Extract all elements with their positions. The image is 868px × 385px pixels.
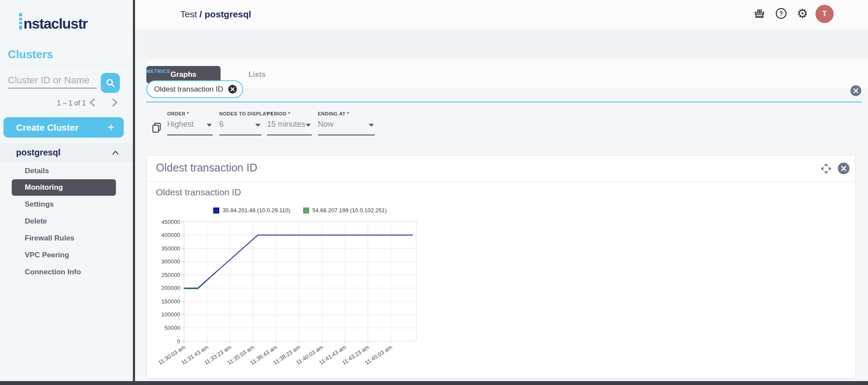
- control-order[interactable]: ORDER *Highest: [167, 111, 213, 135]
- y-axis-label: 150000: [162, 298, 180, 305]
- sidebar-item-vpc-peering[interactable]: VPC Peering: [0, 247, 133, 263]
- chevron-left-icon[interactable]: [88, 98, 98, 107]
- close-icon[interactable]: [838, 162, 850, 174]
- search-icon: [106, 78, 116, 88]
- y-axis-label: 250000: [162, 272, 180, 278]
- y-axis-label: 450000: [162, 219, 180, 225]
- control-value[interactable]: 6: [219, 120, 224, 129]
- graph-card: Oldest transaction ID Oldest transaction…: [146, 155, 855, 378]
- sidebar: nstaclustr Clusters 1 – 1 of 1 Create Cl…: [0, 0, 133, 385]
- control-nodes-to-display[interactable]: NODES TO DISPLAY *6: [219, 111, 261, 135]
- main-area: Test / postgresql ? ⚙ T GraphsLists METR…: [135, 0, 868, 385]
- cluster-search-input[interactable]: [8, 73, 97, 89]
- gear-icon[interactable]: ⚙: [797, 7, 809, 20]
- sidebar-menu: DetailsMonitoringSettingsDeleteFirewall …: [0, 162, 133, 280]
- control-value[interactable]: 15 minutes: [267, 120, 305, 129]
- sidebar-item-connection-info[interactable]: Connection Info: [0, 263, 133, 280]
- metric-chip-label: Oldest transaction ID: [154, 85, 223, 94]
- move-icon[interactable]: [820, 163, 832, 174]
- dropdown-arrow-icon[interactable]: [369, 124, 374, 127]
- breadcrumb-separator: /: [199, 9, 202, 19]
- pagination-label: 1 – 1 of 1: [57, 99, 86, 107]
- legend-label: 54.68.207.199 (10.0.102.251): [312, 207, 386, 214]
- cluster-name: postgresql: [16, 148, 60, 158]
- sidebar-cluster-postgresql[interactable]: postgresql: [0, 143, 133, 162]
- metrics-underline: [146, 102, 862, 102]
- y-axis-label: 200000: [162, 285, 180, 291]
- remove-chip-icon[interactable]: [228, 85, 237, 94]
- svg-text:?: ?: [779, 10, 783, 17]
- legend-item: 54.68.207.199 (10.0.102.251): [303, 207, 386, 214]
- dropdown-arrow-icon[interactable]: [255, 124, 261, 127]
- legend-swatch: [303, 207, 309, 214]
- control-label: ENDING AT *: [318, 111, 375, 116]
- breadcrumb-parent[interactable]: Test: [180, 9, 197, 19]
- dropdown-arrow-icon[interactable]: [306, 124, 311, 127]
- tab-row: GraphsLists: [135, 29, 868, 59]
- create-cluster-label: Create Cluster: [16, 122, 79, 133]
- clusters-heading: Clusters: [8, 48, 53, 61]
- divider: [147, 181, 855, 182]
- sidebar-item-firewall-rules[interactable]: Firewall Rules: [0, 230, 133, 247]
- y-axis-label: 400000: [162, 232, 180, 238]
- metrics-label: METRICS: [146, 69, 170, 74]
- chevron-up-icon[interactable]: [112, 150, 119, 155]
- y-axis-label: 0: [177, 338, 180, 345]
- sidebar-item-delete[interactable]: Delete: [0, 213, 133, 230]
- logo-i-icon: [19, 13, 22, 30]
- y-axis-label: 50000: [165, 325, 180, 331]
- plot-area: [184, 222, 416, 341]
- control-label: PERIOD *: [267, 111, 312, 116]
- breadcrumb-current: postgresql: [205, 9, 251, 19]
- sidebar-item-monitoring[interactable]: Monitoring: [12, 179, 116, 196]
- sidebar-item-details[interactable]: Details: [0, 162, 133, 179]
- chevron-right-icon[interactable]: [109, 98, 119, 107]
- control-period[interactable]: PERIOD *15 minutes: [267, 111, 312, 135]
- breadcrumb[interactable]: Test / postgresql: [180, 9, 251, 20]
- control-label: NODES TO DISPLAY *: [219, 111, 261, 116]
- search-button[interactable]: [101, 73, 120, 93]
- legend-item: 35.84.201.48 (10.0.29.110): [213, 207, 290, 214]
- control-ending-at[interactable]: ENDING AT *Now: [318, 111, 375, 135]
- card-title: Oldest transaction ID: [156, 161, 257, 174]
- create-cluster-button[interactable]: Create Cluster +: [3, 117, 124, 138]
- copy-icon[interactable]: [151, 122, 162, 134]
- gift-icon[interactable]: [753, 7, 766, 20]
- control-value[interactable]: Now: [318, 120, 333, 129]
- legend-swatch: [213, 207, 219, 214]
- dropdown-arrow-icon[interactable]: [207, 124, 212, 127]
- avatar[interactable]: T: [815, 5, 834, 23]
- help-icon[interactable]: ?: [775, 7, 787, 20]
- sidebar-item-settings[interactable]: Settings: [0, 196, 133, 213]
- control-value[interactable]: Highest: [167, 120, 194, 129]
- plus-icon: +: [107, 122, 114, 133]
- chart-title: Oldest transaction ID: [156, 187, 241, 197]
- chart-legend: 35.84.201.48 (10.0.29.110)54.68.207.199 …: [157, 207, 443, 214]
- tab-bar: GraphsLists: [146, 59, 868, 88]
- divider: [4, 64, 129, 64]
- y-axis-label: 300000: [162, 258, 180, 265]
- logo-text: nstaclustr: [23, 16, 88, 31]
- control-label: ORDER *: [167, 111, 213, 116]
- instaclustr-logo[interactable]: nstaclustr: [19, 13, 88, 31]
- y-axis-label: 100000: [162, 311, 180, 318]
- clear-metrics-icon[interactable]: [850, 85, 861, 96]
- y-axis-label: 350000: [162, 245, 180, 252]
- legend-label: 35.84.201.48 (10.0.29.110): [222, 207, 290, 214]
- top-header: Test / postgresql ? ⚙ T: [135, 0, 868, 29]
- metric-chip[interactable]: Oldest transaction ID: [146, 80, 243, 98]
- avatar-initial: T: [822, 10, 827, 18]
- line-chart: 0500001000001500002000002500003000003500…: [157, 217, 443, 369]
- bottom-edge-band: [0, 381, 868, 385]
